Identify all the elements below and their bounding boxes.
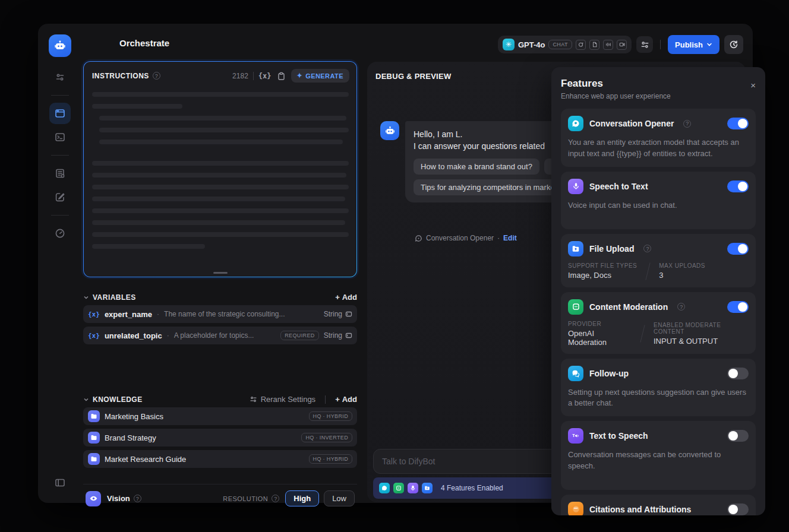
model-selector[interactable]: ✳ GPT-4o CHAT: [498, 36, 632, 53]
feature-toggle[interactable]: [727, 118, 749, 129]
feature-desc: Voice input can be used in chat.: [568, 200, 749, 211]
resolution-low-button[interactable]: Low: [324, 490, 355, 506]
openai-logo-icon: ✳: [503, 39, 515, 50]
sidebar: [38, 24, 81, 503]
knowledge-title: KNOWLEDGE: [93, 395, 143, 404]
knowledge-badge: HQ · HYBRID: [309, 411, 352, 421]
dataset-folder-icon: [88, 410, 100, 422]
chevron-down-icon[interactable]: [83, 294, 89, 300]
variable-name: unrelated_topic: [105, 331, 162, 340]
instructions-panel[interactable]: INSTRUCTIONS ? 2182 {x} ✦ GENERATE: [83, 61, 357, 277]
help-icon[interactable]: ?: [272, 495, 279, 502]
feature-card-speech-to-text: Speech to Text Voice input can be used i…: [561, 172, 756, 229]
suggested-question-chip[interactable]: Tips for analyzing competitors in market: [414, 179, 563, 195]
app-logo-robot-icon[interactable]: [49, 34, 71, 57]
suggested-question-chip[interactable]: How to make a brand stand out?: [414, 159, 539, 175]
knowledge-row[interactable]: Market Research Guide HQ · HYBRID: [83, 450, 357, 468]
variable-row[interactable]: {x} unrelated_topic · A placeholder for …: [83, 327, 357, 344]
add-variable-button[interactable]: +Add: [335, 293, 357, 302]
close-icon[interactable]: ×: [750, 80, 756, 90]
char-count: 2182: [232, 72, 248, 80]
resolution-high-button[interactable]: High: [285, 490, 319, 506]
knowledge-badge: HQ · HYBRID: [309, 454, 352, 464]
collapse-panel-icon[interactable]: [49, 472, 71, 493]
sidebar-item-api-terminal[interactable]: [49, 126, 71, 148]
publish-button[interactable]: Publish: [668, 35, 719, 54]
feature-title: Speech to Text: [589, 182, 648, 191]
stat-provider: PROVIDER OpenAI Moderation: [568, 321, 632, 347]
feature-desc: Conversation messages can be converted t…: [568, 449, 749, 472]
model-name: GPT-4o: [518, 40, 545, 49]
sidebar-divider: [51, 215, 69, 216]
features-panel-subtitle: Enhance web app user experience: [561, 92, 756, 100]
knowledge-row[interactable]: Marketing Basics HQ · HYBRID: [83, 407, 357, 425]
resize-handle[interactable]: [213, 272, 228, 274]
speech-to-text-icon: [568, 179, 583, 194]
variable-desc: A placeholder for topics...: [174, 331, 276, 340]
bot-avatar-robot-icon: [380, 121, 399, 140]
help-icon[interactable]: ?: [643, 245, 651, 252]
content-moderation-icon: [568, 299, 583, 315]
conversation-opener-icon: [568, 116, 583, 131]
feature-title: File Upload: [589, 244, 634, 254]
history-button[interactable]: [724, 35, 743, 54]
chevron-down-icon: [706, 42, 712, 48]
variable-desc: The name of the strategic consulting...: [164, 310, 319, 318]
knowledge-name: Market Research Guide: [105, 455, 186, 464]
help-icon[interactable]: ?: [677, 303, 685, 311]
instructions-title: INSTRUCTIONS: [92, 72, 149, 80]
variable-row[interactable]: {x} expert_name · The name of the strate…: [83, 305, 357, 323]
citations-icon: ““: [568, 502, 583, 515]
feature-toggle[interactable]: [727, 243, 749, 255]
svg-text:“: “: [576, 507, 578, 512]
sidebar-item-annotations[interactable]: [49, 186, 71, 208]
stat-support-file-types: SUPPORT FILE TYPES Image, Docs: [568, 262, 637, 280]
knowledge-row[interactable]: Brand Strategy HQ · INVERTED: [83, 429, 357, 446]
stat-divider: [646, 262, 651, 280]
insert-variable-icon[interactable]: {x}: [258, 72, 272, 80]
help-icon[interactable]: ?: [134, 495, 141, 502]
variables-title: VARIABLES: [93, 293, 136, 302]
header-divider: [660, 40, 661, 49]
add-knowledge-button[interactable]: +Add: [335, 395, 357, 404]
feature-title: Citations and Attributions: [589, 505, 691, 514]
input-field-icon: [345, 311, 352, 318]
input-field-icon: [345, 332, 352, 339]
variable-icon: {x}: [88, 311, 100, 318]
model-type-badge: CHAT: [548, 40, 572, 49]
rerank-settings-button[interactable]: Rerank Settings: [250, 395, 316, 404]
help-icon[interactable]: ?: [153, 72, 160, 80]
help-icon[interactable]: ?: [683, 120, 691, 128]
model-parameters-icon[interactable]: [636, 36, 653, 53]
file-upload-mini-icon: [422, 483, 433, 493]
sidebar-item-orchestrate[interactable]: [49, 103, 71, 124]
generate-button[interactable]: ✦ GENERATE: [291, 69, 350, 83]
preferences-sliders-icon[interactable]: [49, 66, 71, 88]
history-icon: [729, 40, 738, 49]
dataset-folder-icon: [88, 453, 100, 465]
copy-clipboard-icon[interactable]: [277, 72, 285, 80]
stat-max-uploads: MAX UPLOADS 3: [659, 262, 705, 280]
speech-to-text-mini-icon: [408, 483, 418, 493]
variable-icon: {x}: [88, 332, 100, 340]
feature-desc: You are an entity extraction model that …: [568, 137, 749, 160]
edit-opener-link[interactable]: Edit: [503, 234, 517, 242]
feature-toggle[interactable]: [727, 430, 749, 442]
feature-toggle[interactable]: [727, 180, 749, 192]
debug-title: DEBUG & PREVIEW: [375, 72, 451, 81]
feature-toggle[interactable]: [727, 368, 749, 379]
sidebar-divider: [51, 155, 69, 156]
sidebar-item-monitoring-gauge[interactable]: [49, 223, 71, 244]
stat-moderate-content: ENABLED MODERATE CONTENT INPUT & OUTPUT: [654, 322, 749, 346]
sidebar-divider: [51, 95, 69, 96]
sidebar-item-logs[interactable]: [49, 163, 71, 184]
dataset-folder-icon: [88, 432, 100, 444]
feature-toggle[interactable]: [727, 301, 749, 313]
plus-icon: +: [335, 395, 340, 404]
chevron-down-icon[interactable]: [83, 397, 89, 403]
feature-toggle[interactable]: [727, 504, 749, 515]
plus-icon: +: [335, 293, 340, 302]
variable-name: expert_name: [105, 310, 152, 319]
features-panel-title: Features: [561, 78, 756, 90]
divider: [253, 72, 254, 80]
